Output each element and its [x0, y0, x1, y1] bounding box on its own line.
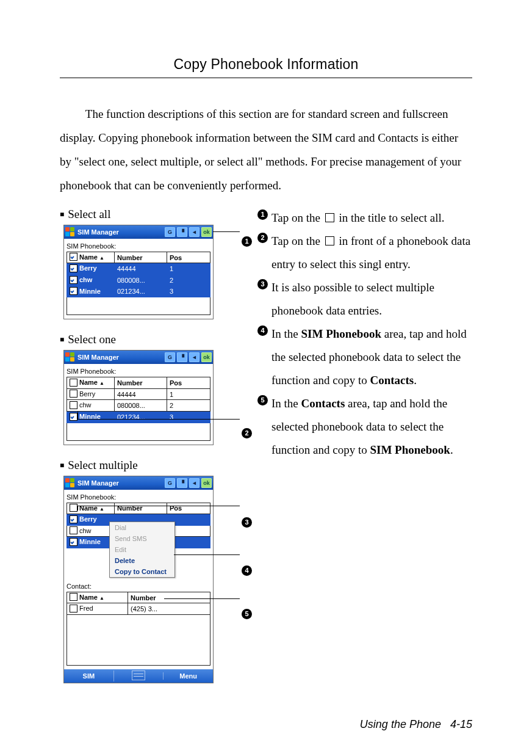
callout-marker-5: 5 — [242, 609, 252, 619]
callout-marker-1: 1 — [242, 236, 252, 247]
volume-icon[interactable]: ◄ — [189, 478, 200, 488]
cell-number: 080008... — [115, 274, 167, 286]
label-select-multiple: ■Select multiple — [60, 459, 237, 472]
volume-icon[interactable]: ◄ — [189, 352, 200, 362]
page-title: Copy Phonebook Information — [60, 56, 472, 73]
row-checkbox[interactable] — [70, 264, 77, 272]
row-checkbox[interactable] — [70, 401, 77, 409]
cell-name: Berry — [79, 264, 97, 272]
cell-name: Fred — [79, 605, 93, 612]
table-row[interactable]: Minnie021234...3 — [67, 286, 210, 297]
leader-line — [174, 554, 240, 555]
row-checkbox[interactable] — [70, 605, 77, 612]
sim-phonebook-label: SIM Phonebook: — [66, 368, 210, 375]
col-pos-header[interactable]: Pos — [167, 252, 210, 263]
menu-dial[interactable]: Dial — [110, 522, 174, 533]
row-checkbox[interactable] — [70, 526, 77, 534]
label-select-all: ■Select all — [60, 208, 237, 221]
menu-copy-to-contact[interactable]: Copy to Contact — [110, 566, 174, 577]
volume-icon[interactable]: ◄ — [189, 227, 200, 237]
callout-marker-4: 4 — [242, 565, 252, 576]
col-name-header[interactable]: Name▲ — [67, 252, 115, 263]
col-pos-header[interactable]: Pos — [167, 377, 210, 389]
col-name-header[interactable]: Name▲ — [67, 377, 115, 389]
sim-phonebook-label: SIM Phonebook: — [66, 242, 210, 250]
signal-icon[interactable]: ▝ — [177, 352, 187, 362]
leader-line — [77, 419, 240, 420]
row-checkbox[interactable] — [70, 287, 77, 295]
cell-number: 021234... — [115, 411, 167, 423]
app-title: SIM Manager — [77, 228, 162, 236]
titlebar: SIM Manager G ▝ ◄ ok — [64, 225, 213, 239]
row-checkbox[interactable] — [70, 538, 77, 546]
table-row[interactable]: chw080008...2 — [67, 400, 210, 412]
note-3: 3 It is also possible to select multiple… — [257, 276, 472, 322]
signal-icon[interactable]: ▝ — [177, 478, 187, 488]
left-column: ■Select all SIM Manager G ▝ ◄ ok SIM Pho… — [60, 206, 237, 714]
cell-name: Berry — [79, 515, 97, 523]
label-select-one: ■Select one — [60, 333, 237, 346]
sim-table: Name▲ Number Pos Berry444441chw080008...… — [66, 252, 210, 297]
row-checkbox[interactable] — [70, 413, 77, 421]
table-row[interactable]: Berry444441 — [67, 388, 210, 400]
cell-pos: 2 — [167, 400, 210, 412]
contact-label: Contact: — [66, 583, 210, 590]
windows-flag-icon — [65, 227, 75, 237]
windows-flag-icon — [65, 478, 75, 488]
row-checkbox[interactable] — [70, 515, 77, 523]
cell-name: chw — [79, 401, 92, 409]
select-all-checkbox[interactable] — [70, 379, 77, 387]
select-all-checkbox[interactable] — [70, 504, 77, 512]
menu-edit[interactable]: Edit — [110, 544, 174, 555]
ok-button[interactable]: ok — [201, 478, 212, 488]
app-title: SIM Manager — [77, 479, 162, 487]
contact-table: Name▲ Number Fred(425) 3... — [66, 592, 210, 615]
leader-line — [213, 231, 240, 232]
note-2: 2 Tap on the in front of a phonebook dat… — [257, 230, 472, 276]
gprs-icon[interactable]: G — [165, 352, 175, 362]
row-checkbox[interactable] — [70, 276, 77, 284]
softkey-menu[interactable]: Menu — [163, 672, 213, 680]
cell-pos: 1 — [167, 388, 210, 400]
col-pos-header[interactable]: Pos — [167, 503, 210, 514]
cell-number: 44444 — [115, 388, 167, 400]
app-title: SIM Manager — [77, 354, 162, 361]
signal-icon[interactable]: ▝ — [177, 227, 187, 237]
keyboard-icon[interactable] — [132, 671, 145, 680]
table-row[interactable]: Fred(425) 3... — [67, 603, 210, 615]
cell-number: 021234... — [115, 286, 167, 297]
col-number-header[interactable]: Number — [115, 503, 167, 514]
cell-pos: 3 — [167, 411, 210, 423]
cell-pos: 3 — [167, 286, 210, 297]
col-number-header[interactable]: Number — [115, 252, 167, 263]
context-menu[interactable]: Dial Send SMS Edit Delete Copy to Contac… — [109, 522, 175, 578]
gprs-icon[interactable]: G — [165, 227, 175, 237]
table-row[interactable]: Berry444441 — [67, 263, 210, 275]
select-all-checkbox[interactable] — [70, 593, 77, 601]
col-number-header[interactable]: Number — [115, 377, 167, 389]
table-row[interactable]: Minnie021234...3 — [67, 411, 210, 423]
note-1: 1 Tap on the in the title to select all. — [257, 206, 472, 230]
ok-button[interactable]: ok — [201, 352, 212, 362]
softkey-keyboard[interactable] — [113, 671, 164, 681]
row-checkbox[interactable] — [70, 390, 77, 398]
screenshot-select-one: SIM Manager G ▝ ◄ ok SIM Phonebook: Name… — [63, 350, 214, 445]
ok-button[interactable]: ok — [201, 227, 212, 237]
gprs-icon[interactable]: G — [165, 478, 175, 488]
note-4: 4 In the SIM Phonebook area, tap and hol… — [257, 322, 472, 392]
titlebar: SIM Manager G ▝ ◄ ok — [64, 351, 213, 364]
footer-page-number: 4-15 — [450, 718, 472, 730]
titlebar: SIM Manager G ▝ ◄ ok — [64, 476, 213, 490]
cell-number: 44444 — [115, 263, 167, 275]
col-name-header[interactable]: Name▲ — [67, 503, 115, 514]
menu-send-sms[interactable]: Send SMS — [110, 533, 174, 544]
cell-name: Berry — [79, 390, 95, 398]
softkey-sim[interactable]: SIM — [64, 672, 113, 680]
cell-name: chw — [79, 527, 92, 534]
col-name-header[interactable]: Name▲ — [67, 592, 128, 603]
sim-phonebook-label: SIM Phonebook: — [66, 493, 210, 501]
footer-section: Using the Phone — [360, 718, 441, 730]
select-all-checkbox[interactable] — [70, 253, 77, 261]
menu-delete[interactable]: Delete — [110, 555, 174, 566]
table-row[interactable]: chw080008...2 — [67, 274, 210, 286]
